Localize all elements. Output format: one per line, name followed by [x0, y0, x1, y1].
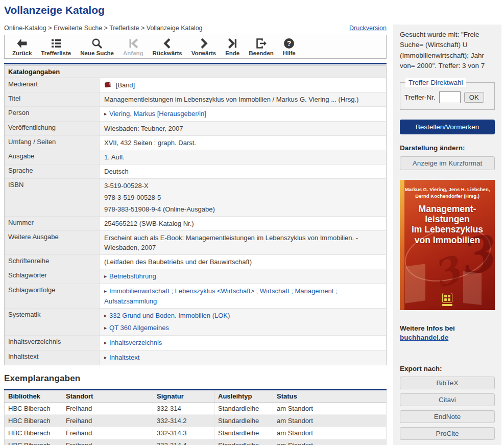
field-value: Managementleistungen im Lebenszyklus von…: [100, 92, 386, 106]
list-icon: [50, 37, 62, 50]
field-label: Schriftenreihe: [5, 255, 100, 269]
field-value: 254565212 (SWB-Katalog Nr.): [100, 217, 386, 230]
field-value: ▸Inhaltstext: [100, 350, 386, 365]
field-link[interactable]: Viering, Markus [Herausgeber/in]: [109, 110, 206, 118]
field-value: ▸Inhaltsverzeichnis: [100, 336, 386, 350]
search-summary: Gesucht wurde mit: "Freie Suche= (Wirtsc…: [400, 30, 495, 71]
field-value: 1. Aufl.: [100, 150, 386, 164]
print-version-link[interactable]: Druckversion: [349, 25, 387, 32]
toolbar: Zurück Trefferliste Neue Suche Anfang Rü…: [4, 35, 387, 59]
search-icon: [91, 37, 103, 50]
field-link[interactable]: Inhaltstext: [109, 354, 139, 361]
field-link[interactable]: QT 360 Allgemeines: [109, 324, 169, 332]
field-label: Ausgabe: [5, 150, 100, 164]
field-value: 3-519-00528-X978-3-519-00528-5978-383-51…: [100, 179, 386, 216]
chevron-right-icon: [198, 37, 210, 50]
catalog-row: Medienart [Band]: [5, 78, 386, 92]
catalog-section: Katalogangaben Medienart [Band]TitelMana…: [4, 65, 387, 365]
toolbar-label: Hilfe: [283, 50, 296, 56]
sidebar: Gesucht wurde mit: "Freie Suche= (Wirtsc…: [393, 25, 501, 445]
field-label: Medienart: [5, 78, 100, 92]
toolbar-label: Anfang: [123, 50, 143, 56]
table-cell: 332-314.2: [153, 415, 214, 427]
field-link[interactable]: Betriebsführung: [109, 272, 156, 280]
toolbar-item-anfang: Anfang: [118, 37, 148, 56]
catalog-row: Person▸Viering, Markus [Herausgeber/in]: [5, 107, 386, 122]
help-icon: ?: [283, 37, 295, 50]
more-info-label: Weitere Infos bei: [400, 324, 495, 332]
toolbar-label: Zurück: [12, 50, 32, 56]
toolbar-item-ende[interactable]: Ende: [221, 37, 244, 56]
toolbar-item-zurueck[interactable]: Zurück: [8, 37, 36, 56]
field-value: ▸Immobilienwirtschaft ; Lebenszyklus <Wi…: [100, 284, 386, 308]
field-label: ISBN: [5, 179, 100, 216]
toolbar-item-hilfe[interactable]: ? Hilfe: [278, 37, 300, 56]
catalog-row: Systematik▸332 Grund und Boden. Immobili…: [5, 309, 386, 336]
order-reserve-button[interactable]: Bestellen/Vormerken: [400, 120, 495, 134]
field-link[interactable]: 332 Grund und Boden. Immobilien (LOK): [109, 312, 230, 319]
field-link[interactable]: Immobilienwirtschaft ; Lebenszyklus <Wir…: [104, 287, 338, 305]
field-label: Schlagwortfolge: [5, 284, 100, 308]
field-value: XVII, 432 Seiten : graph. Darst.: [100, 136, 386, 150]
field-link[interactable]: Inhaltsverzeichnis: [109, 339, 162, 346]
direct-select-fieldset: Treffer-Direktwahl Treffer-Nr. OK: [400, 78, 495, 110]
buchhandel-link[interactable]: buchhandel.de: [400, 334, 448, 341]
link-arrow-icon: ▸: [104, 338, 107, 347]
table-cell: Freihand: [62, 415, 153, 427]
table-cell: HBC Biberach: [5, 439, 62, 445]
cover-decoration: [463, 271, 482, 305]
column-header: Standort: [62, 390, 153, 403]
link-arrow-icon: ▸: [104, 109, 107, 119]
direct-select-legend: Treffer-Direktwahl: [405, 78, 466, 87]
table-cell: 332-314: [153, 403, 214, 415]
catalog-row: Schriftenreihe(Leitfaden des Baubetriebs…: [5, 255, 386, 269]
field-label: Systematik: [5, 309, 100, 335]
export-button-procite[interactable]: ProCite: [400, 427, 495, 440]
copies-section-title: Exemplarangaben: [4, 373, 387, 384]
table-cell: HBC Biberach: [5, 415, 62, 427]
column-header: Ausleihtyp: [214, 390, 273, 403]
table-row: HBC BiberachFreihand332-314Standardleihe…: [5, 403, 387, 415]
table-cell: Standardleihe: [214, 415, 273, 427]
table-cell: Standardleihe: [214, 439, 273, 445]
toolbar-label: Neue Suche: [80, 50, 114, 56]
catalog-row: Schlagwortfolge▸Immobilienwirtschaft ; L…: [5, 284, 386, 309]
column-header: Signatur: [153, 390, 214, 403]
back-icon: [16, 37, 28, 50]
copies-header-row: BibliothekStandortSignaturAusleihtypStat…: [5, 390, 387, 403]
toolbar-item-vorwaerts[interactable]: Vorwärts: [187, 37, 221, 56]
book-icon: [104, 81, 112, 88]
copies-section: BibliothekStandortSignaturAusleihtypStat…: [4, 389, 387, 445]
export-button-citavi[interactable]: Citavi: [400, 393, 495, 406]
link-arrow-icon: ▸: [104, 311, 107, 320]
short-format-button[interactable]: Anzeige im Kurzformat: [400, 156, 495, 170]
table-cell: am Standort: [273, 415, 387, 427]
cover-authors: Markus G. Viering, Jens H. Liebchen, Ber…: [400, 186, 495, 200]
field-value: [Band]: [100, 78, 386, 92]
field-label: Person: [5, 107, 100, 121]
toolbar-label: Vorwärts: [191, 50, 216, 56]
treffer-nr-input[interactable]: [439, 91, 461, 103]
toolbar-label: Ende: [225, 50, 239, 56]
table-cell: am Standort: [273, 439, 387, 445]
export-button-bibtex[interactable]: BibTeX: [400, 377, 495, 389]
field-value: Wiesbaden: Teubner, 2007: [100, 122, 386, 135]
toolbar-item-beenden[interactable]: Beenden: [244, 37, 278, 56]
ok-button[interactable]: OK: [464, 92, 484, 103]
column-header: Status: [273, 390, 387, 403]
catalog-row: Ausgabe1. Aufl.: [5, 150, 386, 165]
toolbar-item-neue-suche[interactable]: Neue Suche: [76, 37, 118, 56]
toolbar-label: Trefferliste: [41, 50, 71, 56]
link-arrow-icon: ▸: [104, 353, 107, 362]
field-label: Nummer: [5, 217, 100, 230]
toolbar-item-trefferliste[interactable]: Trefferliste: [36, 37, 76, 56]
export-button-endnote[interactable]: EndNote: [400, 410, 495, 423]
catalog-row: Schlagwörter▸Betriebsführung: [5, 269, 386, 284]
cover-decoration: [427, 283, 443, 306]
catalog-row: Inhaltsverzeichnis▸Inhaltsverzeichnis: [5, 336, 386, 350]
breadcrumb: Online-Katalog > Erweiterte Suche > Tref…: [4, 25, 203, 32]
toolbar-item-rueckwaerts[interactable]: Rückwärts: [148, 37, 187, 56]
table-row: HBC BiberachFreihand332-314.4Standardlei…: [5, 439, 387, 445]
link-arrow-icon: ▸: [104, 286, 107, 296]
table-cell: HBC Biberach: [5, 403, 62, 415]
